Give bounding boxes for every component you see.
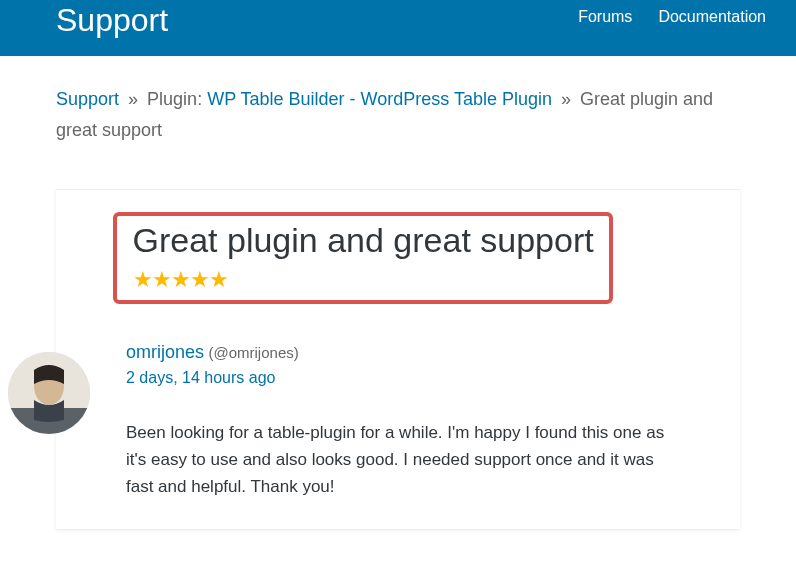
author-link[interactable]: omrijones xyxy=(126,342,204,362)
breadcrumb-plugin-link[interactable]: WP Table Builder - WordPress Table Plugi… xyxy=(207,89,552,109)
review-card: Great plugin and great support ★★★★★ omr… xyxy=(56,189,740,528)
review-body: Been looking for a table-plugin for a wh… xyxy=(126,419,670,501)
highlight-annotation: Great plugin and great support ★★★★★ xyxy=(113,212,613,304)
page-title: Support xyxy=(56,4,168,36)
breadcrumb-separator: » xyxy=(561,89,571,109)
star-icon: ★★★★★ xyxy=(133,267,228,292)
timestamp-link[interactable]: 2 days, 14 hours ago xyxy=(126,369,670,387)
breadcrumb-root-link[interactable]: Support xyxy=(56,89,119,109)
header-bar: Support Forums Documentation xyxy=(0,0,796,56)
breadcrumb-plugin-prefix: Plugin: xyxy=(147,89,207,109)
post-meta: omrijones (@omrijones) 2 days, 14 hours … xyxy=(126,342,670,387)
header-nav: Forums Documentation xyxy=(578,8,766,26)
star-rating: ★★★★★ xyxy=(133,267,594,293)
review-title: Great plugin and great support xyxy=(133,220,594,261)
nav-forums[interactable]: Forums xyxy=(578,8,632,26)
breadcrumb-separator: » xyxy=(128,89,138,109)
avatar[interactable] xyxy=(8,352,90,434)
author-handle: (@omrijones) xyxy=(208,344,298,361)
avatar-icon xyxy=(8,352,90,434)
breadcrumb: Support » Plugin: WP Table Builder - Wor… xyxy=(0,56,796,157)
nav-documentation[interactable]: Documentation xyxy=(658,8,766,26)
